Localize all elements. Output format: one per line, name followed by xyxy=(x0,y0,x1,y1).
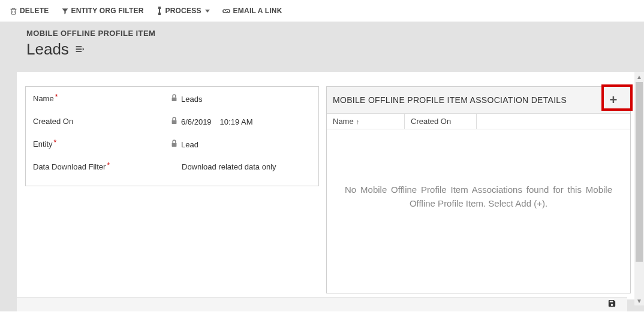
column-header-name[interactable]: Name ↑ xyxy=(327,114,405,129)
empty-associations-message: No Mobile Offline Profile Item Associati… xyxy=(327,129,630,210)
created-on-date: 6/6/2019 xyxy=(181,117,212,126)
svg-rect-6 xyxy=(172,98,177,101)
command-bar: DELETE ENTITY ORG FILTER PROCESS EMAIL A… xyxy=(0,0,644,22)
delete-button[interactable]: DELETE xyxy=(5,4,54,17)
toolbar-label: ENTITY ORG FILTER xyxy=(71,7,144,15)
add-association-button[interactable]: + xyxy=(601,90,625,110)
field-label-entity: Entity* xyxy=(33,140,171,149)
name-value: Leads xyxy=(181,95,202,104)
sort-asc-icon: ↑ xyxy=(356,118,360,125)
svg-rect-8 xyxy=(172,143,177,147)
trash-icon xyxy=(10,7,17,15)
toolbar-label: EMAIL A LINK xyxy=(233,7,282,15)
scrollbar-thumb[interactable] xyxy=(636,82,643,262)
created-on-field[interactable]: 6/6/2019 10:19 AM xyxy=(171,117,311,126)
link-icon xyxy=(222,8,231,14)
field-label-name: Name* xyxy=(33,94,171,103)
process-button[interactable]: PROCESS xyxy=(151,4,215,17)
column-header-rest xyxy=(477,114,630,129)
chevron-down-icon xyxy=(205,10,210,13)
plus-icon: + xyxy=(609,92,617,108)
entity-org-filter-button[interactable]: ENTITY ORG FILTER xyxy=(56,4,149,17)
data-download-filter-value: Download related data only xyxy=(182,162,276,171)
scroll-up-arrow-icon[interactable]: ▲ xyxy=(634,72,644,81)
name-field[interactable]: Leads xyxy=(171,94,311,104)
save-button[interactable] xyxy=(607,299,616,310)
content-area: Name* Leads Created On 6/6/2019 xyxy=(0,72,644,311)
svg-rect-2 xyxy=(159,9,160,13)
column-header-created-on[interactable]: Created On xyxy=(405,114,477,129)
process-icon xyxy=(156,7,163,15)
created-on-time: 10:19 AM xyxy=(220,117,253,126)
lock-icon xyxy=(171,140,177,149)
details-card: Name* Leads Created On 6/6/2019 xyxy=(25,86,319,186)
funnel-icon xyxy=(61,7,69,15)
record-header-band: MOBILE OFFLINE PROFILE ITEM Leads xyxy=(0,22,644,72)
vertical-scrollbar[interactable]: ▲ ▼ xyxy=(634,72,644,305)
svg-rect-1 xyxy=(158,13,161,15)
entity-value: Lead xyxy=(181,140,198,149)
status-bar xyxy=(17,297,627,311)
svg-rect-0 xyxy=(158,7,161,9)
data-download-filter-field[interactable]: Download related data only xyxy=(171,162,311,171)
association-details-panel: MOBILE OFFLINE PROFILE ITEM ASSOCIATION … xyxy=(326,86,631,293)
entity-field[interactable]: Lead xyxy=(171,140,311,149)
toolbar-label: DELETE xyxy=(20,7,49,15)
association-column-headers: Name ↑ Created On xyxy=(327,114,630,129)
lock-icon xyxy=(171,117,177,126)
record-selector-icon[interactable] xyxy=(75,43,85,56)
record-type-label: MOBILE OFFLINE PROFILE ITEM xyxy=(26,29,627,38)
page-title: Leads xyxy=(26,40,69,59)
panel-title: MOBILE OFFLINE PROFILE ITEM ASSOCIATION … xyxy=(333,95,567,105)
svg-rect-7 xyxy=(172,120,177,124)
field-label-created-on: Created On xyxy=(33,117,171,126)
email-a-link-button[interactable]: EMAIL A LINK xyxy=(217,4,287,17)
field-label-data-download-filter: Data Download Filter* xyxy=(33,162,171,171)
toolbar-label: PROCESS xyxy=(165,7,201,15)
lock-icon xyxy=(171,94,177,104)
scroll-down-arrow-icon[interactable]: ▼ xyxy=(634,296,644,305)
